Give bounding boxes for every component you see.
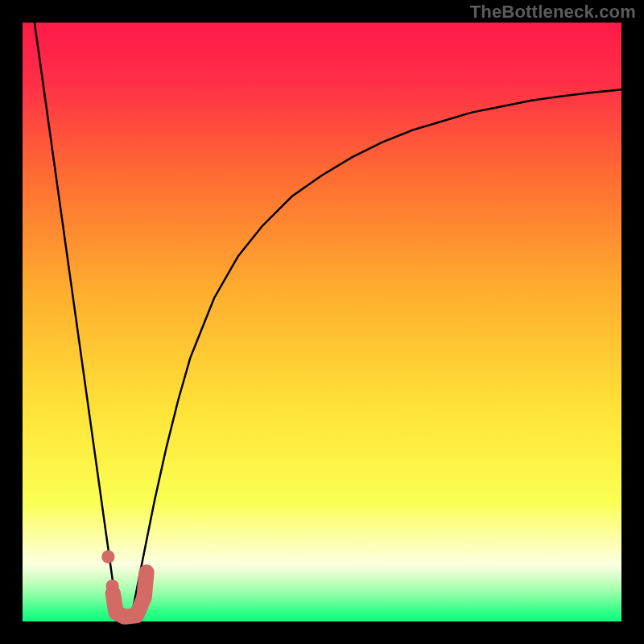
plot-background bbox=[23, 23, 621, 621]
chart-svg bbox=[0, 0, 644, 644]
watermark-text: TheBottleneck.com bbox=[470, 2, 636, 23]
marker-dot-lower bbox=[105, 580, 118, 592]
chart-container: TheBottleneck.com bbox=[0, 0, 644, 644]
marker-dot-upper bbox=[101, 550, 114, 563]
